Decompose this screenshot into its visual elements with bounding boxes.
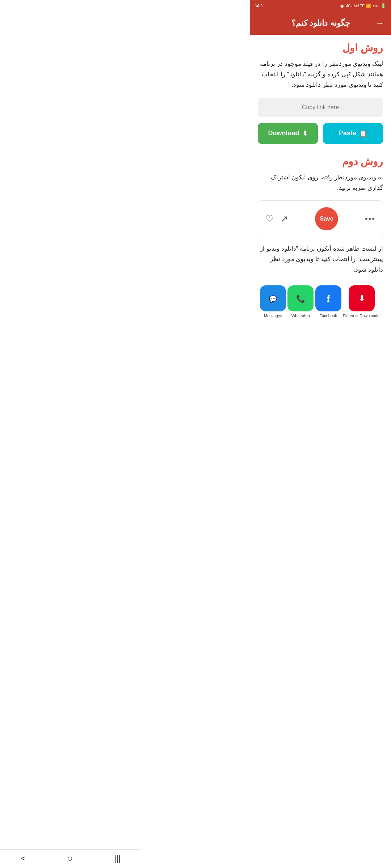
battery-icon: 🔋 [381,3,386,8]
facebook-icon: f [315,285,341,311]
status-bar: 🔋 ۴۵٪ 📶 4G+ VoLTE ⏰ ۱۵:۱۰ [250,0,391,12]
share-icons: ↗ ♡ [265,213,288,225]
whatsapp-label: WhatsApp [291,314,310,318]
download-icon [302,129,308,137]
method2-heading: روش دوم [258,156,383,167]
method2-description1: به ویدیوی موردنظر رفته، روی آیکون اشتراک… [258,173,383,193]
method1-heading: روش اول [258,42,383,54]
app-item-messages[interactable]: 💬 Messages [260,285,286,318]
messages-icon: 💬 [260,285,286,311]
facebook-label: Facebook [319,314,337,318]
app-item-pinterest[interactable]: ⬇ Pinterest Downloader [343,285,381,318]
header: → چگونه دانلود کنم؟ [250,12,391,35]
status-time: ۱۵:۱۰ [255,3,265,8]
share-demo: ••• Save ↗ ♡ [258,200,383,237]
pinterest-icon: ⬇ [349,285,375,311]
svg-text:💬: 💬 [269,295,277,303]
app-icons-row: ⬇ Pinterest Downloader f Facebook 📞 W [258,285,383,322]
url-input[interactable] [264,104,377,111]
svg-text:f: f [327,293,330,304]
app-item-whatsapp[interactable]: 📞 WhatsApp [287,285,314,318]
page-title: چگونه دانلود کنم؟ [266,18,376,28]
method1-description: لینک ویدیوی موردنظر را در فیلد موجود در … [258,59,383,90]
more-options-icon[interactable]: ••• [365,214,375,224]
share-icon[interactable]: ↗ [280,213,288,225]
status-left: 🔋 ۴۵٪ 📶 4G+ VoLTE ⏰ [340,3,386,8]
heart-icon[interactable]: ♡ [265,213,274,225]
clipboard-icon [359,129,367,137]
alarm-icon: ⏰ [340,4,345,8]
paste-button[interactable]: Paste [323,123,383,144]
messages-label: Messages [264,314,282,318]
back-button[interactable]: → [376,18,384,28]
method2-description2: از لیست ظاهر شده آیکون برنامه "دانلود وی… [258,244,383,275]
download-button[interactable]: Download [258,123,318,144]
url-input-container[interactable] [258,98,383,117]
action-buttons: Paste Download [258,123,383,144]
pinterest-label: Pinterest Downloader [343,314,381,318]
app-item-facebook[interactable]: f Facebook [315,285,341,318]
signal-icon: 📶 [366,4,371,8]
save-demo-button[interactable]: Save [315,207,338,230]
battery-level: ۴۵٪ [373,4,379,8]
svg-text:📞: 📞 [296,294,305,303]
network-type: 4G+ VoLTE [346,4,365,8]
svg-text:⬇: ⬇ [358,294,365,303]
whatsapp-icon: 📞 [287,285,314,311]
main-content: روش اول لینک ویدیوی موردنظر را در فیلد م… [250,35,391,335]
